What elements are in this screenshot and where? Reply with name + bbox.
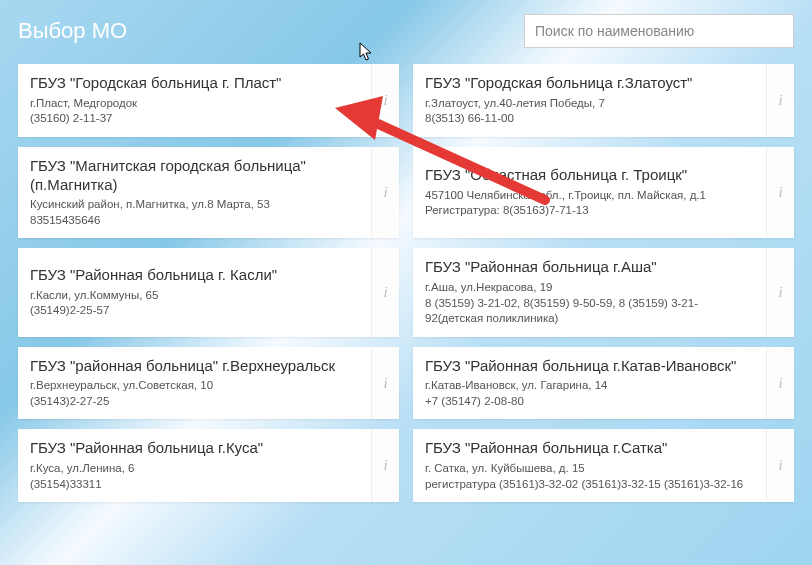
card-body: ГБУЗ "Магнитская городская больница" (п.… bbox=[18, 147, 371, 239]
search-container bbox=[524, 14, 794, 48]
card-title: ГБУЗ "Районная больница г.Аша" bbox=[425, 258, 754, 277]
card-line: (35149)2-25-57 bbox=[30, 303, 359, 319]
card-line: (35143)2-27-25 bbox=[30, 394, 359, 410]
card-title: ГБУЗ "Областная больница г. Троицк" bbox=[425, 166, 754, 185]
card-title: ГБУЗ "районная больница" г.Верхнеуральск bbox=[30, 357, 359, 376]
search-input[interactable] bbox=[525, 15, 793, 47]
card-line: г.Куса, ул.Ленина, 6 bbox=[30, 461, 359, 477]
card-line: г.Аша, ул.Некрасова, 19 bbox=[425, 280, 754, 296]
card-line: 8(3513) 66-11-00 bbox=[425, 111, 754, 127]
card-line: 83515435646 bbox=[30, 213, 359, 229]
card-title: ГБУЗ "Городская больница г.Златоуст" bbox=[425, 74, 754, 93]
hospital-card[interactable]: ГБУЗ "Районная больница г. Касли"г.Касли… bbox=[18, 248, 399, 336]
hospital-card[interactable]: ГБУЗ "Магнитская городская больница" (п.… bbox=[18, 147, 399, 239]
card-body: ГБУЗ "Районная больница г.Сатка"г. Сатка… bbox=[413, 429, 766, 502]
cards-grid: ГБУЗ "Городская больница г. Пласт"г.Плас… bbox=[0, 56, 812, 516]
card-body: ГБУЗ "Городская больница г.Златоуст"г.Зл… bbox=[413, 64, 766, 137]
info-button[interactable]: i bbox=[766, 429, 794, 502]
card-line: г. Сатка, ул. Куйбышева, д. 15 bbox=[425, 461, 754, 477]
card-line: (35160) 2-11-37 bbox=[30, 111, 359, 127]
card-body: ГБУЗ "Районная больница г. Касли"г.Касли… bbox=[18, 248, 371, 336]
card-line: регистратура (35161)3-32-02 (35161)3-32-… bbox=[425, 477, 754, 493]
hospital-card[interactable]: ГБУЗ "Районная больница г.Катав-Ивановск… bbox=[413, 347, 794, 420]
card-body: ГБУЗ "Областная больница г. Троицк"45710… bbox=[413, 147, 766, 239]
info-button[interactable]: i bbox=[371, 64, 399, 137]
info-button[interactable]: i bbox=[371, 429, 399, 502]
hospital-card[interactable]: ГБУЗ "Районная больница г.Куса"г.Куса, у… bbox=[18, 429, 399, 502]
card-line: г.Златоуст, ул.40-летия Победы, 7 bbox=[425, 96, 754, 112]
card-title: ГБУЗ "Городская больница г. Пласт" bbox=[30, 74, 359, 93]
card-body: ГБУЗ "Районная больница г.Куса"г.Куса, у… bbox=[18, 429, 371, 502]
hospital-card[interactable]: ГБУЗ "Областная больница г. Троицк"45710… bbox=[413, 147, 794, 239]
hospital-card[interactable]: ГБУЗ "Районная больница г.Аша"г.Аша, ул.… bbox=[413, 248, 794, 336]
card-body: ГБУЗ "Городская больница г. Пласт"г.Плас… bbox=[18, 64, 371, 137]
card-line: г.Пласт, Медгородок bbox=[30, 96, 359, 112]
card-body: ГБУЗ "Районная больница г.Катав-Ивановск… bbox=[413, 347, 766, 420]
page-title: Выбор МО bbox=[18, 18, 127, 44]
card-line: (35154)33311 bbox=[30, 477, 359, 493]
info-button[interactable]: i bbox=[371, 147, 399, 239]
card-line: 457100 Челябинская обл., г.Троицк, пл. М… bbox=[425, 188, 754, 204]
info-button[interactable]: i bbox=[766, 248, 794, 336]
card-line: 8 (35159) 3-21-02, 8(35159) 9-50-59, 8 (… bbox=[425, 296, 754, 327]
card-title: ГБУЗ "Районная больница г.Сатка" bbox=[425, 439, 754, 458]
hospital-card[interactable]: ГБУЗ "районная больница" г.Верхнеуральск… bbox=[18, 347, 399, 420]
card-body: ГБУЗ "Районная больница г.Аша"г.Аша, ул.… bbox=[413, 248, 766, 336]
card-line: г.Касли, ул.Коммуны, 65 bbox=[30, 288, 359, 304]
info-button[interactable]: i bbox=[766, 147, 794, 239]
info-button[interactable]: i bbox=[766, 64, 794, 137]
card-line: г.Катав-Ивановск, ул. Гагарина, 14 bbox=[425, 378, 754, 394]
card-body: ГБУЗ "районная больница" г.Верхнеуральск… bbox=[18, 347, 371, 420]
header: Выбор МО bbox=[0, 0, 812, 56]
card-line: +7 (35147) 2-08-80 bbox=[425, 394, 754, 410]
info-button[interactable]: i bbox=[766, 347, 794, 420]
hospital-card[interactable]: ГБУЗ "Районная больница г.Сатка"г. Сатка… bbox=[413, 429, 794, 502]
card-title: ГБУЗ "Районная больница г.Куса" bbox=[30, 439, 359, 458]
info-button[interactable]: i bbox=[371, 347, 399, 420]
card-title: ГБУЗ "Районная больница г. Касли" bbox=[30, 266, 359, 285]
card-title: ГБУЗ "Магнитская городская больница" (п.… bbox=[30, 157, 359, 195]
hospital-card[interactable]: ГБУЗ "Городская больница г. Пласт"г.Плас… bbox=[18, 64, 399, 137]
card-line: Кусинский район, п.Магнитка, ул.8 Марта,… bbox=[30, 197, 359, 213]
hospital-card[interactable]: ГБУЗ "Городская больница г.Златоуст"г.Зл… bbox=[413, 64, 794, 137]
card-line: Регистратура: 8(35163)7-71-13 bbox=[425, 203, 754, 219]
card-title: ГБУЗ "Районная больница г.Катав-Ивановск… bbox=[425, 357, 754, 376]
card-line: г.Верхнеуральск, ул.Советская, 10 bbox=[30, 378, 359, 394]
info-button[interactable]: i bbox=[371, 248, 399, 336]
